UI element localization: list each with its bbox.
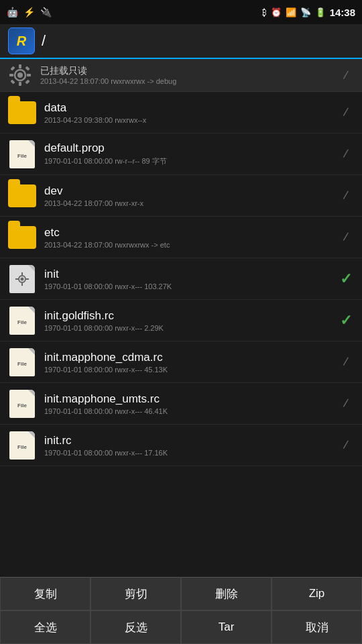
select-all-button[interactable]: 全选 <box>0 610 90 644</box>
list-item[interactable]: File init.mapphone_cdma.rc 1970-01-01 08… <box>0 341 362 383</box>
slash-icon: / <box>343 147 349 162</box>
mount-status: / <box>338 68 354 83</box>
file-status: / <box>338 438 354 452</box>
file-meta: 1970-01-01 08:00:00 rw-r--r-- 89 字节 <box>44 156 330 166</box>
file-status: / <box>338 189 354 203</box>
file-status: / <box>338 396 354 411</box>
file-name: init.goldfish.rc <box>44 309 330 323</box>
status-bar: 🤖 ⚡ 🔌 ₿ ⏰ 📶 📡 🔋 14:38 <box>0 0 362 24</box>
svg-rect-14 <box>15 278 18 280</box>
slash-icon: / <box>343 105 349 120</box>
cut-button[interactable]: 剪切 <box>90 577 181 610</box>
svg-rect-15 <box>26 278 29 280</box>
mount-label: 已挂载只读 <box>40 65 330 77</box>
clock-icon: ⏰ <box>271 7 282 17</box>
file-icon: File <box>9 390 35 418</box>
status-time: 14:38 <box>330 7 355 18</box>
svg-rect-4 <box>9 74 13 76</box>
file-meta: 2013-04-22 18:07:00 rwxr-xr-x <box>44 199 330 207</box>
file-name: dev <box>44 184 330 198</box>
list-item[interactable]: File default.prop 1970-01-01 08:00:00 rw… <box>0 133 362 175</box>
battery-icon: 🔋 <box>315 7 326 17</box>
svg-rect-5 <box>27 74 31 76</box>
file-details: dev 2013-04-22 18:07:00 rwxr-xr-x <box>44 184 330 207</box>
current-path: / <box>42 32 46 50</box>
slash-icon: / <box>343 438 349 453</box>
app-icon: R <box>8 28 35 54</box>
file-icon-wrapper: File <box>8 431 36 460</box>
file-name: init <box>44 268 330 281</box>
file-meta: 1970-01-01 08:00:00 rwxr-x--- 103.27K <box>44 282 330 290</box>
svg-rect-9 <box>25 79 29 84</box>
svg-point-11 <box>21 277 24 280</box>
file-details: init.mapphone_cdma.rc 1970-01-01 08:00:0… <box>44 351 330 374</box>
copy-button[interactable]: 复制 <box>0 577 90 610</box>
svg-rect-7 <box>25 66 29 70</box>
file-details: init 1970-01-01 08:00:00 rwxr-x--- 103.2… <box>44 268 330 290</box>
bluetooth-icon: ₿ <box>262 7 267 17</box>
file-icon-wrapper <box>8 99 36 127</box>
file-meta: 2013-04-23 09:38:00 rwxrwx--x <box>44 116 330 124</box>
cancel-button[interactable]: 取消 <box>272 610 362 644</box>
file-icon-wrapper <box>8 182 36 210</box>
file-icon-wrapper: File <box>8 140 36 168</box>
file-list: 已挂载只读 2013-04-22 18:07:00 rwxrwxrwx -> d… <box>0 59 362 577</box>
file-meta: 1970-01-01 08:00:00 rwxr-x--- 45.13K <box>44 366 330 374</box>
slash-icon: / <box>343 355 349 370</box>
slash-icon: / <box>343 396 349 411</box>
file-meta: 1970-01-01 08:00:00 rwxr-x--- 46.41K <box>44 407 330 415</box>
file-meta: 1970-01-01 08:00:00 rwxr-x--- 2.29K <box>44 324 330 332</box>
folder-icon <box>8 226 36 249</box>
slash-icon: / <box>343 189 349 203</box>
mount-info: 已挂载只读 2013-04-22 18:07:00 rwxrwxrwx -> d… <box>40 65 330 85</box>
file-name: init.mapphone_cdma.rc <box>44 351 330 364</box>
file-icon: File <box>9 140 35 168</box>
svg-rect-8 <box>10 79 15 84</box>
file-name: data <box>44 101 330 115</box>
list-item[interactable]: File init.mapphone_umts.rc 1970-01-01 08… <box>0 383 362 425</box>
file-details: init.goldfish.rc 1970-01-01 08:00:00 rwx… <box>44 309 330 332</box>
list-item[interactable]: init 1970-01-01 08:00:00 rwxr-x--- 103.2… <box>0 258 362 300</box>
zip-button[interactable]: Zip <box>272 577 362 610</box>
file-icon: File <box>9 348 35 376</box>
file-name: default.prop <box>44 142 330 155</box>
signal-icon: 📡 <box>300 7 311 17</box>
file-status: / <box>338 147 354 161</box>
file-icon-wrapper: File <box>8 390 36 418</box>
file-status: / <box>338 355 354 369</box>
svg-rect-6 <box>10 66 15 70</box>
file-icon: File <box>9 307 35 335</box>
status-icons-left: 🤖 ⚡ 🔌 <box>7 7 52 17</box>
file-details: init.mapphone_umts.rc 1970-01-01 08:00:0… <box>44 392 330 415</box>
bottom-toolbar: 复制 剪切 删除 Zip 全选 反选 Tar 取消 <box>0 577 362 644</box>
delete-button[interactable]: 删除 <box>181 577 272 610</box>
file-status: ✓ <box>338 312 354 329</box>
file-icon-wrapper <box>8 223 36 252</box>
gear-svg <box>8 63 32 87</box>
list-item[interactable]: File init.rc 1970-01-01 08:00:00 rwxr-x-… <box>0 425 362 466</box>
check-icon: ✓ <box>340 270 352 288</box>
config-icon <box>9 265 35 293</box>
file-icon-wrapper: File <box>8 348 36 376</box>
list-item[interactable]: File init.goldfish.rc 1970-01-01 08:00:0… <box>0 300 362 341</box>
toolbar-row-1: 复制 剪切 删除 Zip <box>0 577 362 610</box>
file-name: init.mapphone_umts.rc <box>44 392 330 406</box>
toolbar-row-2: 全选 反选 Tar 取消 <box>0 610 362 644</box>
file-status: / <box>338 105 354 119</box>
list-item[interactable]: data 2013-04-23 09:38:00 rwxrwx--x / <box>0 92 362 133</box>
usb-storage-icon: 🔌 <box>40 7 52 17</box>
android-icon: 🤖 <box>7 7 18 17</box>
list-item[interactable]: dev 2013-04-22 18:07:00 rwxr-xr-x / <box>0 175 362 217</box>
file-name: init.rc <box>44 434 330 447</box>
slash-icon: / <box>343 68 349 83</box>
list-item[interactable]: etc 2013-04-22 18:07:00 rwxrwxrwx -> etc… <box>0 217 362 258</box>
file-icon: File <box>9 431 35 460</box>
svg-point-1 <box>17 72 23 78</box>
tar-button[interactable]: Tar <box>181 610 272 644</box>
invert-select-button[interactable]: 反选 <box>90 610 181 644</box>
file-details: init.rc 1970-01-01 08:00:00 rwxr-x--- 17… <box>44 434 330 457</box>
svg-rect-12 <box>21 272 23 275</box>
mount-meta: 2013-04-22 18:07:00 rwxrwxrwx -> debug <box>40 77 330 85</box>
file-icon-wrapper <box>8 265 36 293</box>
svg-rect-2 <box>19 64 21 68</box>
